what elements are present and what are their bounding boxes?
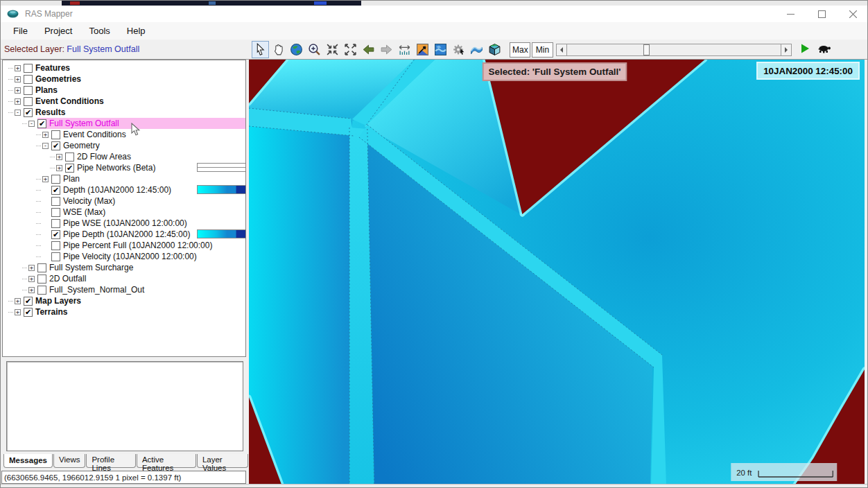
slider-left-arrow[interactable] (556, 44, 567, 56)
expand-toggle-icon[interactable]: + (15, 298, 21, 304)
layer-checkbox-unchecked[interactable] (37, 274, 46, 284)
layer-checkbox-unchecked[interactable] (24, 75, 33, 84)
layer-checkbox-checked[interactable]: ✔ (51, 230, 60, 239)
viewer-3d-cube-button[interactable] (486, 41, 503, 58)
tree-item-pipe-depth-10jan2000-12-45-00[interactable]: +✔Pipe Depth (10JAN2000 12:45:00) (3, 229, 245, 240)
layer-checkbox-unchecked[interactable] (37, 286, 46, 295)
tab-views[interactable]: Views (53, 454, 85, 468)
menu-item-project[interactable]: Project (36, 23, 80, 39)
expand-toggle-icon[interactable]: + (28, 265, 35, 271)
expand-toggle-icon[interactable]: + (15, 87, 21, 94)
tree-item-geometries[interactable]: +Geometries (3, 73, 245, 85)
tree-item-plan[interactable]: +Plan (3, 173, 245, 184)
tree-item-plans[interactable]: +Plans (3, 85, 245, 96)
layer-checkbox-unchecked[interactable] (51, 197, 60, 206)
layer-checkbox-unchecked[interactable] (37, 263, 46, 272)
expand-toggle-icon[interactable]: + (42, 132, 49, 138)
tree-item-results[interactable]: -✔Results (3, 107, 245, 118)
map-canvas[interactable]: Selected: 'Full System Outfall' 10JAN200… (249, 60, 865, 484)
tab-layer-values[interactable]: Layer Values (197, 454, 248, 468)
tree-item-label: Event Conditions (35, 96, 104, 106)
menu-item-tools[interactable]: Tools (80, 23, 118, 39)
tree-item-velocity-max[interactable]: +Velocity (Max) (3, 195, 245, 207)
menu-item-help[interactable]: Help (119, 23, 154, 39)
slider-thumb[interactable] (643, 44, 650, 55)
tab-messages[interactable]: Messages (3, 454, 53, 468)
tree-item-pipe-percent-full-10jan2000-12-00-00[interactable]: +Pipe Percent Full (10JAN2000 12:00:00) (3, 240, 245, 251)
time-slider[interactable] (556, 43, 792, 56)
nav-back-button[interactable] (360, 41, 377, 58)
tree-item-features[interactable]: +Features (3, 62, 245, 73)
tree-item-full-system-surcharge[interactable]: +Full System Surcharge (3, 262, 245, 273)
tree-item-event-conditions[interactable]: +Event Conditions (3, 96, 245, 107)
tree-item-wse-max[interactable]: +WSE (Max) (3, 207, 245, 218)
layer-checkbox-checked[interactable]: ✔ (51, 141, 60, 150)
tree-item-pipe-networks-beta[interactable]: +✔Pipe Networks (Beta) (3, 162, 245, 173)
layer-checkbox-checked[interactable]: ✔ (24, 108, 33, 117)
layer-checkbox-unchecked[interactable] (51, 241, 60, 250)
layer-checkbox-checked[interactable]: ✔ (37, 119, 46, 128)
settings-gear-button[interactable] (450, 41, 467, 58)
expand-toggle-icon[interactable]: + (15, 76, 21, 82)
max-button[interactable]: Max (510, 42, 530, 58)
layer-checkbox-checked[interactable]: ✔ (24, 308, 33, 317)
cross-section-button[interactable] (468, 41, 485, 58)
collapse-toggle-icon[interactable]: - (15, 110, 21, 116)
layer-checkbox-checked[interactable]: ✔ (24, 297, 33, 306)
layer-checkbox-unchecked[interactable] (65, 152, 74, 162)
tree-item-event-conditions[interactable]: +Event Conditions (3, 129, 245, 140)
expand-toggle-icon[interactable]: + (15, 98, 21, 105)
tab-active-features[interactable]: Active Features (137, 454, 196, 468)
map-values-button[interactable] (432, 41, 449, 58)
tree-item-geometry[interactable]: -✔Geometry (3, 140, 245, 151)
zoom-window-button[interactable] (324, 41, 341, 58)
profile-plot-button[interactable] (414, 41, 431, 58)
animation-speed-turtle-icon[interactable] (817, 44, 832, 56)
play-animation-button[interactable] (799, 42, 811, 58)
layer-checkbox-checked[interactable]: ✔ (65, 164, 74, 173)
full-extents-button[interactable] (342, 41, 359, 58)
tree-item-pipe-wse-10jan2000-12-00-00[interactable]: +Pipe WSE (10JAN2000 12:00:00) (3, 218, 245, 229)
expand-toggle-icon[interactable]: + (56, 154, 62, 160)
slider-track[interactable] (567, 44, 781, 56)
maximize-button[interactable] (806, 6, 837, 22)
tree-item-2d-flow-areas[interactable]: +2D Flow Areas (3, 151, 245, 162)
layer-checkbox-unchecked[interactable] (24, 97, 33, 106)
tree-item-map-layers[interactable]: +✔Map Layers (3, 295, 245, 306)
expand-toggle-icon[interactable]: + (15, 309, 21, 315)
measure-tool-button[interactable] (396, 41, 413, 58)
expand-toggle-icon[interactable]: + (42, 176, 49, 182)
collapse-toggle-icon[interactable]: - (28, 121, 35, 127)
zoom-in-magnifier-button[interactable] (306, 41, 323, 58)
tree-item-depth-10jan2000-12-45-00[interactable]: +✔Depth (10JAN2000 12:45:00) (3, 184, 245, 195)
layer-checkbox-unchecked[interactable] (51, 208, 60, 217)
expand-toggle-icon[interactable]: + (28, 287, 35, 293)
depth-gradient-legend-swatch (197, 185, 246, 194)
close-button[interactable] (837, 6, 868, 22)
layer-checkbox-checked[interactable]: ✔ (51, 186, 60, 195)
pan-hand-button[interactable] (270, 41, 287, 58)
menu-item-file[interactable]: File (5, 23, 36, 39)
nav-forward-button[interactable] (378, 41, 395, 58)
tree-item-pipe-velocity-10jan2000-12-00-00[interactable]: +Pipe Velocity (10JAN2000 12:00:00) (3, 251, 245, 262)
layer-checkbox-unchecked[interactable] (51, 130, 60, 139)
expand-toggle-icon[interactable]: + (56, 165, 62, 171)
tree-item-full-system-normal-out[interactable]: +Full_System_Normal_Out (3, 284, 245, 295)
minimize-button[interactable] (775, 6, 806, 22)
layer-checkbox-unchecked[interactable] (51, 175, 60, 184)
tree-item-terrains[interactable]: +✔Terrains (3, 306, 245, 317)
layer-checkbox-unchecked[interactable] (24, 64, 33, 73)
select-tool-button[interactable] (252, 41, 269, 58)
tree-item-2d-outfall[interactable]: +2D Outfall (3, 273, 245, 284)
layer-checkbox-unchecked[interactable] (51, 252, 60, 261)
collapse-toggle-icon[interactable]: - (42, 143, 49, 149)
tree-item-full-system-outfall[interactable]: -✔Full System Outfall (3, 118, 245, 129)
tab-profile-lines[interactable]: Profile Lines (86, 454, 135, 468)
min-button[interactable]: Min (532, 42, 553, 58)
slider-right-arrow[interactable] (781, 44, 792, 56)
layer-checkbox-unchecked[interactable] (51, 219, 60, 228)
expand-toggle-icon[interactable]: + (15, 65, 21, 71)
layer-checkbox-unchecked[interactable] (24, 86, 33, 95)
expand-toggle-icon[interactable]: + (28, 276, 35, 282)
zoom-extents-globe-button[interactable] (288, 41, 305, 58)
